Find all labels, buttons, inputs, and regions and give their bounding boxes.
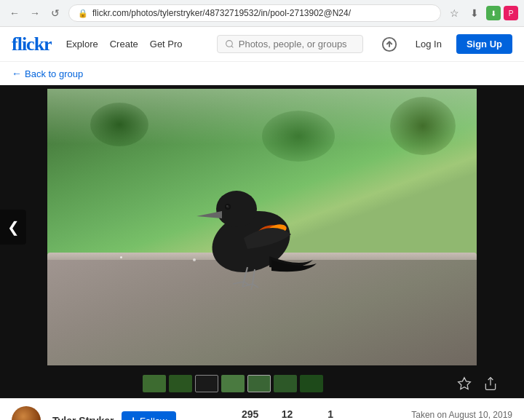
browser-chrome: ← → ↺ 🔒 flickr.com/photos/tylerstryker/4… <box>0 0 524 27</box>
info-bar: Tyler Stryker + Follow 295 views 12 fave… <box>0 398 524 420</box>
browser-controls: ← → ↺ <box>6 4 64 22</box>
author-avatar <box>12 406 41 420</box>
prev-photo-button[interactable]: ❮ <box>0 210 26 245</box>
search-bar[interactable] <box>217 35 363 53</box>
comments-stat: 1 comment <box>314 408 347 420</box>
views-value: 295 <box>240 408 261 420</box>
thumbnail-1[interactable] <box>143 375 166 392</box>
thumbnail-7[interactable] <box>300 375 323 392</box>
browser-toolbar: ← → ↺ 🔒 flickr.com/photos/tylerstryker/4… <box>0 0 524 26</box>
address-text: flickr.com/photos/tylerstryker/487327195… <box>92 8 351 18</box>
svg-marker-13 <box>458 378 471 389</box>
left-arrow-icon: ❮ <box>7 218 20 236</box>
login-button[interactable]: Log In <box>416 39 442 49</box>
author-name: Tyler Stryker <box>52 415 114 420</box>
follow-button[interactable]: + Follow <box>122 411 176 420</box>
thumb-wrapper <box>0 373 524 394</box>
flickr-logo-text: flickr <box>12 33 52 55</box>
faves-value: 12 <box>277 408 296 420</box>
svg-line-1 <box>231 46 233 47</box>
download-button[interactable]: ⬇ <box>466 4 483 22</box>
address-bar[interactable]: 🔒 flickr.com/photos/tylerstryker/4873271… <box>68 4 441 22</box>
back-arrow-icon: ← <box>12 68 22 79</box>
thumb-list <box>12 375 454 392</box>
lock-icon: 🔒 <box>78 9 88 18</box>
thumb-actions <box>454 373 512 394</box>
foliage-3 <box>390 97 456 155</box>
follow-plus-icon: + <box>130 415 137 420</box>
thumbnails-bar <box>0 369 524 398</box>
foliage-1 <box>90 103 148 146</box>
explore-link[interactable]: Explore <box>66 39 98 49</box>
svg-point-0 <box>226 41 232 47</box>
flickr-navbar: flickr Explore Create Get Pro Log In Sig… <box>0 27 524 62</box>
taken-section: Taken on August 10, 2019 © All rights re… <box>411 410 512 420</box>
back-button[interactable]: ← <box>6 4 23 22</box>
thumbnail-4[interactable] <box>221 375 245 392</box>
thumbnail-6[interactable] <box>274 375 297 392</box>
signup-button[interactable]: Sign Up <box>456 34 512 54</box>
thumbnail-3[interactable] <box>195 375 218 392</box>
thumbnail-5[interactable] <box>247 375 271 392</box>
bird-svg <box>186 154 317 300</box>
bookmark-button[interactable]: ☆ <box>445 4 463 22</box>
stats-section: 295 views 12 faves 1 comment <box>240 408 347 420</box>
star-icon <box>457 376 472 391</box>
views-stat: 295 views <box>240 408 261 420</box>
extension-icon-2[interactable]: P <box>504 6 518 20</box>
search-icon <box>225 39 234 49</box>
author-section: Tyler Stryker + Follow <box>52 411 176 420</box>
taken-label: Taken on August 10, 2019 <box>411 410 512 420</box>
back-to-group-bar[interactable]: ← Back to group <box>0 62 524 85</box>
comments-value: 1 <box>314 408 347 420</box>
svg-point-12 <box>226 205 228 207</box>
flickr-logo: flickr <box>12 33 52 55</box>
create-link[interactable]: Create <box>110 39 138 49</box>
back-to-group-text: Back to group <box>25 68 83 79</box>
search-input[interactable] <box>239 39 355 49</box>
upload-icon <box>381 36 397 52</box>
svg-line-9 <box>253 269 255 284</box>
nav-links: Explore Create Get Pro <box>66 39 183 49</box>
reload-button[interactable]: ↺ <box>47 4 64 22</box>
share-button[interactable] <box>480 373 501 394</box>
svg-point-5 <box>216 191 257 227</box>
avatar-image <box>12 406 41 420</box>
thumbnail-2[interactable] <box>169 375 192 392</box>
getpro-link[interactable]: Get Pro <box>150 39 183 49</box>
share-icon <box>483 376 498 391</box>
browser-actions: ☆ ⬇ ⬇ P <box>445 4 518 22</box>
main-photo <box>47 89 477 365</box>
follow-label: Follow <box>140 416 167 421</box>
photo-container: ❮ <box>0 85 524 369</box>
faves-stat: 12 faves <box>277 408 296 420</box>
forward-button[interactable]: → <box>26 4 44 22</box>
droplet-1 <box>120 256 122 258</box>
favorite-button[interactable] <box>454 373 475 394</box>
upload-button[interactable] <box>378 33 401 56</box>
extension-icon-1[interactable]: ⬇ <box>486 6 501 20</box>
